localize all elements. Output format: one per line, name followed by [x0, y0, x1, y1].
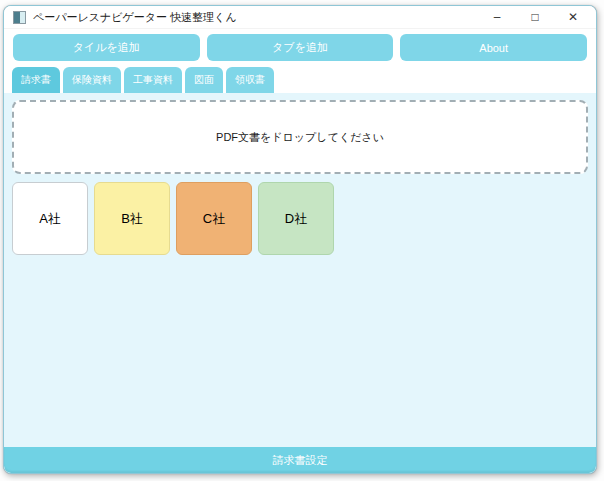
maximize-icon[interactable]: □: [516, 6, 554, 29]
minimize-icon[interactable]: –: [478, 6, 516, 29]
close-icon[interactable]: ✕: [554, 6, 592, 29]
tile-company-d[interactable]: D社: [258, 182, 334, 255]
tab-insurance-docs[interactable]: 保険資料: [63, 67, 121, 93]
add-tile-button[interactable]: タイルを追加: [13, 34, 200, 61]
app-window: ペーパーレスナビゲーター 快速整理くん – □ ✕ タイルを追加 タブを追加 A…: [3, 5, 597, 474]
invoice-settings-button[interactable]: 請求書設定: [4, 447, 596, 473]
tile-company-b[interactable]: B社: [94, 182, 170, 255]
toolbar: タイルを追加 タブを追加 About: [4, 29, 596, 65]
tab-construction-docs[interactable]: 工事資料: [124, 67, 182, 93]
title-bar: ペーパーレスナビゲーター 快速整理くん – □ ✕: [4, 6, 596, 29]
add-tab-button[interactable]: タブを追加: [207, 34, 394, 61]
about-button[interactable]: About: [400, 34, 587, 61]
app-icon: [13, 11, 26, 24]
tile-company-c[interactable]: C社: [176, 182, 252, 255]
tab-bar: 請求書 保険資料 工事資料 図面 領収書: [4, 65, 596, 93]
tile-grid: A社 B社 C社 D社: [12, 182, 588, 255]
tab-invoices[interactable]: 請求書: [12, 67, 60, 93]
tile-company-a[interactable]: A社: [12, 182, 88, 255]
content-area: PDF文書をドロップしてください A社 B社 C社 D社: [4, 93, 596, 447]
tab-drawings[interactable]: 図面: [185, 67, 223, 93]
window-title: ペーパーレスナビゲーター 快速整理くん: [33, 10, 237, 25]
tab-receipts[interactable]: 領収書: [226, 67, 274, 93]
pdf-drop-zone[interactable]: PDF文書をドロップしてください: [12, 100, 588, 174]
drop-zone-message: PDF文書をドロップしてください: [216, 130, 384, 145]
